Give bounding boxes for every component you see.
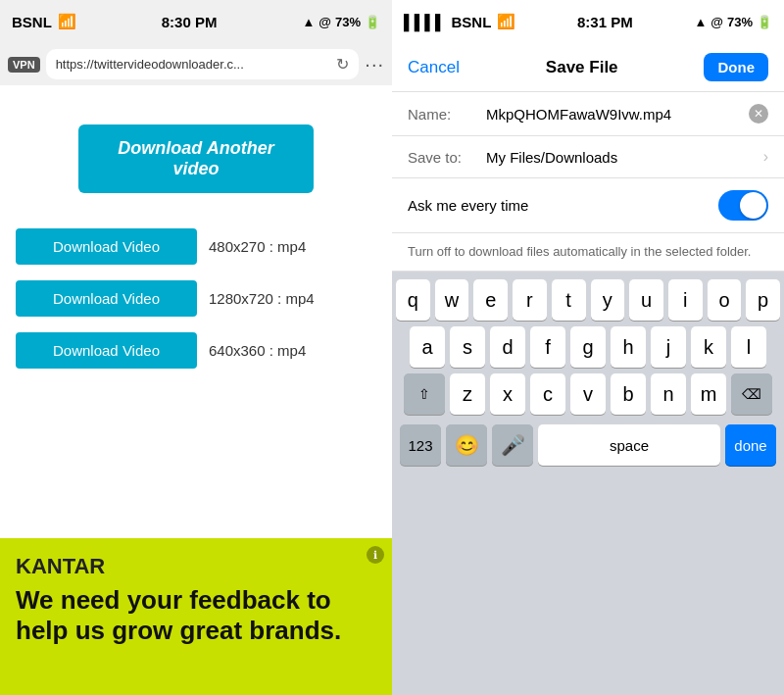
ask-every-time-toggle[interactable] xyxy=(718,190,768,221)
signal-icon-right: @ xyxy=(710,15,723,29)
ad-brand: KANTAR xyxy=(16,554,376,579)
battery-icon-left: 🔋 xyxy=(365,15,380,29)
save-file-header: Cancel Save File Done xyxy=(392,43,784,92)
key-m[interactable]: m xyxy=(691,373,726,415)
status-right-right: ▲ @ 73% 🔋 xyxy=(694,15,772,29)
right-panel: ▌▌▌▌ BSNL 📶 8:31 PM ▲ @ 73% 🔋 Cancel Sav… xyxy=(392,0,784,695)
toggle-label: Ask me every time xyxy=(408,197,709,214)
video-option-row-1: Download Video 480x270 : mp4 xyxy=(16,228,376,265)
key-y[interactable]: y xyxy=(591,279,625,321)
save-to-label: Save to: xyxy=(408,149,476,166)
signal-icon-left: @ xyxy=(318,15,331,29)
cancel-button[interactable]: Cancel xyxy=(408,58,460,77)
key-e[interactable]: e xyxy=(473,279,508,321)
key-c[interactable]: c xyxy=(530,373,565,415)
space-key[interactable]: space xyxy=(538,424,720,466)
help-text: Turn off to download files automatically… xyxy=(392,233,784,272)
ad-text: We need your feedback to help us grow gr… xyxy=(16,585,376,646)
key-g[interactable]: g xyxy=(570,326,606,368)
url-bar[interactable]: https://twittervideodownloader.c... ↻ xyxy=(46,49,360,79)
save-to-value: My Files/Downloads xyxy=(486,149,754,166)
location-icon-left: ▲ xyxy=(302,15,315,29)
key-i[interactable]: i xyxy=(668,279,703,321)
toggle-row: Ask me every time xyxy=(392,178,784,233)
key-l[interactable]: l xyxy=(731,326,766,368)
time-left: 8:30 PM xyxy=(162,14,218,30)
name-row: Name: MkpQHOMFawaW9Ivw.mp4 ✕ xyxy=(392,92,784,136)
done-button[interactable]: Done xyxy=(704,53,768,81)
keyboard-row-1: q w e r t y u i o p xyxy=(396,279,780,321)
status-right-carrier: ▌▌▌▌ BSNL 📶 xyxy=(404,13,515,30)
clear-name-button[interactable]: ✕ xyxy=(749,104,768,124)
save-to-row[interactable]: Save to: My Files/Downloads › xyxy=(392,136,784,178)
key-b[interactable]: b xyxy=(611,373,646,415)
key-z[interactable]: z xyxy=(450,373,485,415)
name-label: Name: xyxy=(408,106,476,123)
shift-key[interactable]: ⇧ xyxy=(404,373,445,415)
key-x[interactable]: x xyxy=(490,373,525,415)
key-k[interactable]: k xyxy=(691,326,726,368)
carrier-right: BSNL xyxy=(452,14,492,30)
time-right: 8:31 PM xyxy=(577,14,633,30)
video-option-row-2: Download Video 1280x720 : mp4 xyxy=(16,280,376,317)
key-v[interactable]: v xyxy=(570,373,606,415)
battery-level-right: 73% xyxy=(727,15,753,29)
microphone-key[interactable]: 🎤 xyxy=(492,424,533,466)
wifi-icon-left: 📶 xyxy=(58,13,76,30)
key-d[interactable]: d xyxy=(490,326,525,368)
download-video-button-1[interactable]: Download Video xyxy=(16,228,197,265)
key-t[interactable]: t xyxy=(552,279,586,321)
wifi-icon-right: 📶 xyxy=(497,13,515,30)
url-text: https://twittervideodownloader.c... xyxy=(56,57,333,72)
vpn-badge: VPN xyxy=(8,57,40,73)
keyboard-bottom-row: 123 😊 🎤 space done xyxy=(396,421,780,473)
status-bar-left: BSNL 📶 8:30 PM ▲ @ 73% 🔋 xyxy=(0,0,392,43)
download-another-button[interactable]: Download Another video xyxy=(78,124,314,193)
key-j[interactable]: j xyxy=(651,326,686,368)
key-s[interactable]: s xyxy=(450,326,485,368)
video-info-3: 640x360 : mp4 xyxy=(209,342,306,359)
key-w[interactable]: w xyxy=(435,279,469,321)
status-left: BSNL 📶 xyxy=(12,13,76,30)
left-panel: BSNL 📶 8:30 PM ▲ @ 73% 🔋 VPN https://twi… xyxy=(0,0,392,695)
keyboard: q w e r t y u i o p a s d f g h j k l ⇧ … xyxy=(392,272,784,695)
download-video-button-3[interactable]: Download Video xyxy=(16,332,197,369)
keyboard-done-key[interactable]: done xyxy=(725,424,776,466)
chevron-right-icon: › xyxy=(763,148,768,166)
key-u[interactable]: u xyxy=(629,279,663,321)
video-info-1: 480x270 : mp4 xyxy=(209,238,306,255)
video-info-2: 1280x720 : mp4 xyxy=(209,290,315,307)
name-value[interactable]: MkpQHOMFawaW9Ivw.mp4 xyxy=(486,106,739,123)
key-n[interactable]: n xyxy=(651,373,686,415)
download-video-button-2[interactable]: Download Video xyxy=(16,280,197,317)
location-icon-right: ▲ xyxy=(694,15,707,29)
battery-icon-right: 🔋 xyxy=(757,15,772,29)
key-o[interactable]: o xyxy=(708,279,742,321)
reload-icon[interactable]: ↻ xyxy=(336,55,349,74)
browser-bar: VPN https://twittervideodownloader.c... … xyxy=(0,43,392,85)
key-q[interactable]: q xyxy=(396,279,430,321)
keyboard-row-2: a s d f g h j k l xyxy=(396,326,780,368)
video-option-row-3: Download Video 640x360 : mp4 xyxy=(16,332,376,369)
ad-banner: ℹ KANTAR We need your feedback to help u… xyxy=(0,538,392,695)
delete-key[interactable]: ⌫ xyxy=(731,373,772,415)
status-right-left: ▲ @ 73% 🔋 xyxy=(302,15,380,29)
key-f[interactable]: f xyxy=(530,326,565,368)
save-file-title: Save File xyxy=(546,58,618,77)
numbers-key[interactable]: 123 xyxy=(400,424,441,466)
carrier-left: BSNL xyxy=(12,14,52,30)
emoji-key[interactable]: 😊 xyxy=(446,424,487,466)
status-bar-right: ▌▌▌▌ BSNL 📶 8:31 PM ▲ @ 73% 🔋 xyxy=(392,0,784,43)
key-h[interactable]: h xyxy=(611,326,646,368)
key-a[interactable]: a xyxy=(410,326,445,368)
toggle-knob xyxy=(740,192,766,219)
keyboard-row-3: ⇧ z x c v b n m ⌫ xyxy=(396,373,780,415)
more-menu-button[interactable]: ··· xyxy=(365,53,384,75)
ad-info-button[interactable]: ℹ xyxy=(367,546,384,564)
signal-bars-right: ▌▌▌▌ xyxy=(404,14,446,30)
key-r[interactable]: r xyxy=(513,279,547,321)
battery-level-left: 73% xyxy=(335,15,361,29)
key-p[interactable]: p xyxy=(746,279,780,321)
